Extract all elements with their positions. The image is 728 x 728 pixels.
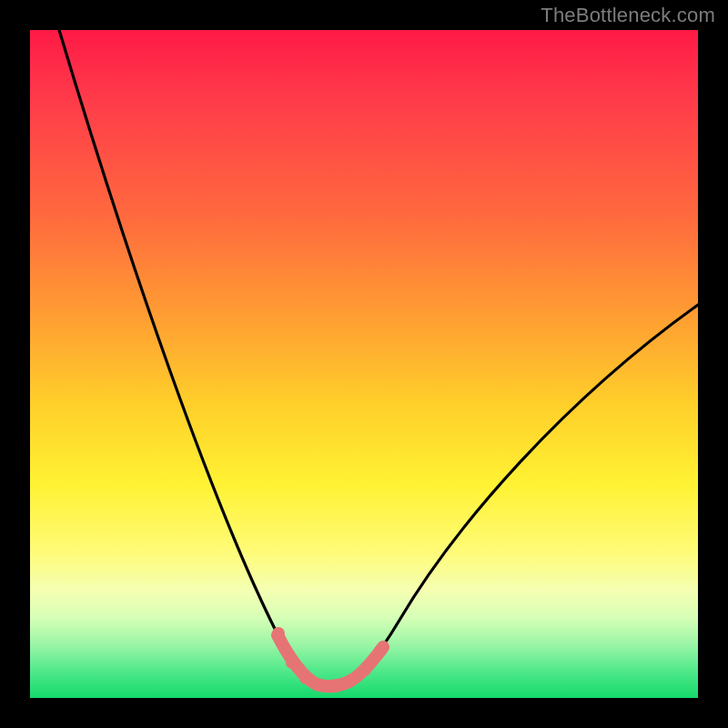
marker-dot [313, 679, 326, 692]
chart-frame: TheBottleneck.com [0, 0, 728, 728]
marker-dot [344, 674, 357, 687]
marker-dot [374, 644, 387, 657]
marker-dot [272, 627, 285, 640]
watermark-text: TheBottleneck.com [541, 4, 715, 27]
marker-dot [299, 672, 312, 684]
curve-overlay [30, 30, 698, 698]
marker-dot [359, 663, 371, 676]
marker-dot [329, 680, 341, 693]
marker-dot [286, 656, 298, 669]
plot-area [30, 30, 698, 698]
bottleneck-curve [59, 30, 698, 686]
